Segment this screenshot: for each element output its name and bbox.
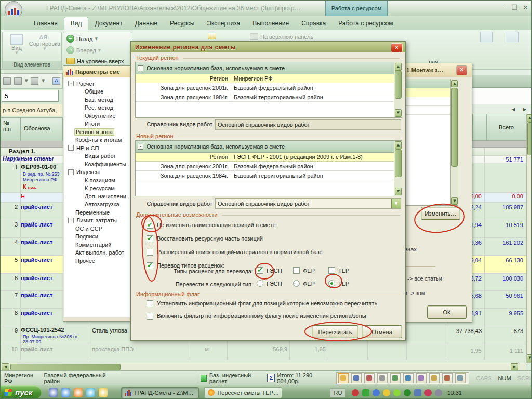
region-grid-row[interactable]: Зона для расценок 2001г.Базовый федераль… [136,162,394,171]
new-region-grid[interactable]: -Основная нормативная база, используемая… [135,140,402,196]
scroll-down-icon[interactable]: ▼ [527,354,532,362]
grid-scroll-up-icon[interactable]: ▲ [395,63,402,71]
calc-mode[interactable]: Баз.-индексный расчет [209,372,262,384]
status-icon[interactable] [351,373,362,383]
tray-icon[interactable] [362,389,369,396]
checkbox[interactable]: ✔ [257,267,263,274]
back-button[interactable]: ← Назад▼ [66,35,98,43]
radio-ФЕР[interactable]: ФЕР [293,280,315,287]
tab-Данные[interactable]: Данные [129,17,164,30]
montage-close-icon[interactable]: ✕ [456,65,467,75]
recalculate-button[interactable]: Пересчитать [312,325,358,338]
tab-Справка[interactable]: Справка [295,17,332,30]
save-icon[interactable] [3,77,11,85]
current-region-grid[interactable]: -Основная нормативная база, используемая… [135,62,402,118]
check-ФЕР[interactable]: ФЕР [293,267,315,274]
language-indicator[interactable]: RU [330,388,345,397]
up-level-button[interactable]: На уровень вверх [66,58,124,64]
hscroll-thumb[interactable] [10,364,121,370]
start-button[interactable]: пуск [1,385,42,399]
tray-icon[interactable] [352,389,359,396]
tray-icon[interactable] [414,389,421,396]
dialog-close-icon[interactable]: ✕ [391,43,403,52]
tab-Работа с ресурсом[interactable]: Работа с ресурсом [332,17,399,30]
tab-Экспертиза[interactable]: Экспертиза [201,17,246,30]
radio[interactable] [293,280,300,287]
close-icon[interactable]: ✕ [523,4,528,11]
tab-Вид[interactable]: Вид [64,17,89,30]
tree-expander-icon[interactable]: - [68,169,74,175]
check-ГЭСН[interactable]: ✔ГЭСН [257,267,282,274]
region-grid-row[interactable]: Зона для расценок 1984г.Базовый территор… [136,171,394,180]
vertical-scrollbar[interactable]: ▲ ▼ [526,114,532,363]
collapse-icon[interactable]: - [138,65,143,71]
status-icon[interactable] [442,373,453,383]
tab-Выполнение[interactable]: Выполнение [246,17,295,30]
radio[interactable] [257,280,263,287]
quicklaunch-icon[interactable] [86,388,95,397]
radio[interactable] [328,280,335,287]
tray-icon[interactable] [404,389,411,396]
status-icon[interactable] [429,373,440,383]
taskbar-item-grand[interactable]: ГРАНД-Смета - Z:\М… [121,387,199,398]
checkbox[interactable] [147,313,153,320]
ribbon-right-button[interactable] [474,32,498,56]
checkbox[interactable] [328,267,335,274]
taskbar-item-recalc[interactable]: Пересчет сметы ТЕР… [204,387,282,398]
status-icon[interactable] [455,373,466,383]
tray-icon[interactable] [383,389,390,396]
row5-expander-icon[interactable]: + [0,266,1,272]
tray-icon[interactable] [393,389,401,396]
sort-button[interactable]: АЯ↓ Сортировка▼ [33,34,57,58]
grid-scroll-down-icon[interactable]: ▼ [395,109,402,117]
position-number-input[interactable] [2,90,59,102]
forward-button[interactable]: → Вперед▼ [66,46,101,54]
checkbox[interactable] [293,267,300,274]
horizontal-scrollbar[interactable]: ◀ ▶ [1,363,526,370]
collapse-section-icon[interactable]: - [0,149,1,155]
status-icon[interactable] [338,373,349,383]
tray-icon[interactable] [435,389,442,396]
quicklaunch-icon[interactable] [99,388,108,397]
checkbox[interactable] [147,249,153,256]
region-grid-row[interactable]: Зона для расценок 2001г.Базовый федераль… [136,83,394,92]
tab-Документ[interactable]: Документ [88,17,128,30]
collapse-icon2[interactable]: - [138,144,143,150]
checkbox[interactable]: ✔ [147,262,153,269]
region-grid-row[interactable]: Зона для расценок 1984г.Базовый территор… [136,92,394,102]
dialog-titlebar[interactable]: Изменение региона для сметы [131,42,405,52]
restore-icon[interactable]: ❐ [511,4,517,11]
tree-expander-icon[interactable]: + [68,218,74,223]
status-icon[interactable] [364,373,375,383]
status-icon[interactable] [377,373,388,383]
tree-expander-icon[interactable]: - [68,81,74,86]
worktypes-dropdown[interactable]: Основной справочник видов работ ▼ [215,198,401,209]
view-button[interactable]: Вид▼ [5,34,29,58]
address-field[interactable]: р.п.Средняя Ахтуба, [1,104,62,116]
checkbox[interactable] [147,300,153,307]
tab-Ресурсы[interactable]: Ресурсы [164,17,201,30]
tray-icon[interactable] [373,389,380,396]
region-grid-row[interactable]: РегионГЭСН, ФЕР - 2001 (в редакции 2009 … [136,153,394,162]
quicklaunch-icon[interactable] [49,388,58,397]
vscroll-thumb[interactable] [527,122,532,155]
dropdown-arrow-icon[interactable]: ▼ [391,199,401,208]
undo-icon[interactable] [14,77,22,85]
edit-fragment-button[interactable] [208,33,216,39]
radio-ТЕР[interactable]: ТЕР [328,280,349,287]
scroll-up-icon[interactable]: ▲ [527,114,532,122]
scroll-right-icon[interactable]: ▶ [511,363,518,370]
status-icon[interactable] [390,373,401,383]
prev-tab-icon[interactable]: ◀ [512,107,515,112]
radio-ГЭСН[interactable]: ГЭСН [257,280,282,287]
tree-expander-icon[interactable]: - [68,145,74,151]
next-tab-icon[interactable]: ▶ [523,107,526,112]
scroll-left-icon[interactable]: ◀ [2,363,9,370]
redo-icon[interactable] [31,77,38,85]
quicklaunch-icon[interactable] [61,388,70,397]
column-header-num[interactable]: №п.п [1,117,21,141]
checkbox[interactable]: ✔ [147,222,153,229]
minimize-icon[interactable]: – [503,4,507,11]
format-icon[interactable]: A [52,77,60,85]
top-panel-button[interactable]: На верхнюю панель [250,33,313,40]
